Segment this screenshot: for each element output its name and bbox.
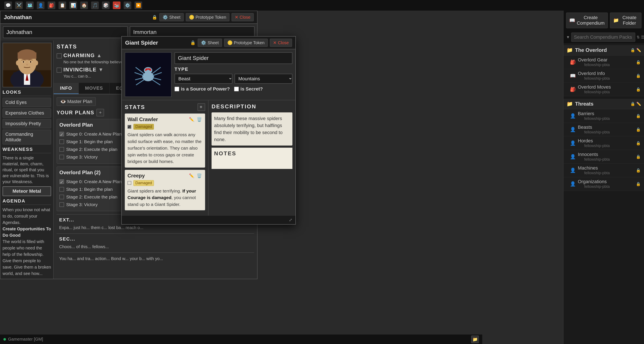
create-folder-btn[interactable]: 📁 Create Folder: [610, 12, 642, 28]
view-toggle-icon[interactable]: ☰: [641, 35, 644, 39]
overlord-gear-item[interactable]: 🎒 Overlord Gear fellowship-pbta 🔒: [564, 55, 644, 69]
journal-icon[interactable]: 📋: [58, 1, 66, 9]
hordes-icon: 👤: [570, 141, 576, 146]
invincible-checkbox[interactable]: [56, 68, 62, 73]
beasts-item[interactable]: 👤 Beasts fellowship-pbta 🔒: [564, 123, 644, 136]
compendium-icon[interactable]: 📚: [113, 1, 120, 9]
settings-small-icon: ⚙️: [162, 15, 168, 20]
organizations-item[interactable]: 👤 Organizations fellowship-pbta 🔒: [564, 177, 644, 191]
looks-item-expensive-clothes[interactable]: Expensive Clothes: [2, 108, 51, 118]
looks-section-header: LOOKS: [2, 89, 51, 96]
spider-type-selects: Beast Humanoid Entity Construct Mountain…: [174, 74, 292, 84]
plan-2-stage-2-checkbox[interactable]: [60, 195, 64, 199]
barriers-item[interactable]: 👤 Barriers fellowship-pbta 🔒: [564, 109, 644, 123]
spider-sheet-btn[interactable]: ⚙️ Sheet: [198, 39, 222, 47]
plan-2-stage-0-checkbox[interactable]: ✓: [60, 179, 64, 184]
spider-expand-btn[interactable]: ⤢: [289, 217, 292, 222]
char-sheet-btn[interactable]: ⚙️ Sheet: [160, 13, 184, 21]
plan-2-stage-3-checkbox[interactable]: [60, 202, 64, 207]
items-icon[interactable]: 🎒: [48, 1, 55, 9]
overlord-lock-icon: 🔒: [630, 48, 635, 52]
tab-moves[interactable]: MOVES: [79, 83, 110, 94]
threats-section: 📁 Threats 🔒 ✏️ 👤 Barriers fellowship-pbt…: [564, 98, 644, 192]
overlord-edit-icon[interactable]: ✏️: [636, 48, 641, 52]
search-compendium-input[interactable]: [571, 32, 635, 42]
looks-item-cold-eyes[interactable]: Cold Eyes: [2, 98, 51, 107]
chat-icon[interactable]: 💬: [4, 1, 12, 9]
creepy-edit-btn[interactable]: ✏️: [188, 172, 195, 179]
ext-text-2: You ha... and tra... action... Bond w...…: [59, 255, 252, 262]
overlord-info-item[interactable]: 📖 Overlord Info fellowship-pbta 🔒: [564, 69, 644, 83]
plan-1-stage-2-checkbox[interactable]: [60, 147, 64, 152]
overlord-moves-lock: 🔒: [636, 87, 640, 92]
play-icon[interactable]: ▶️: [134, 1, 142, 9]
filter-icon: ▼: [566, 35, 570, 39]
tab-info[interactable]: INFO: [54, 83, 79, 94]
spider-type-select[interactable]: Beast Humanoid Entity Construct: [174, 74, 232, 84]
folder-icon-btn[interactable]: 📁: [471, 336, 479, 343]
add-spider-stat-btn[interactable]: +: [198, 103, 205, 111]
create-compendium-btn[interactable]: 📖 Create Compendium: [566, 12, 608, 28]
is-secret-checkbox[interactable]: [234, 87, 239, 91]
looks-item-commanding-attitude[interactable]: Commanding Attitude: [2, 130, 51, 145]
looks-item-impossibly-pretty[interactable]: Impossibly Pretty: [2, 119, 51, 128]
status-bar: Gamemaster [GM] 📁: [0, 334, 482, 344]
plan-1-stage-3-checkbox[interactable]: [60, 155, 64, 159]
creepy-text: Giant spiders are terrifying. If your Co…: [128, 188, 202, 208]
sort-icon[interactable]: ⇅: [636, 35, 640, 39]
book-icon: 📖: [569, 18, 575, 23]
dice-icon[interactable]: 🎲: [102, 1, 110, 9]
first-name-input[interactable]: [3, 26, 128, 38]
innocents-item[interactable]: 👤 Innocents fellowship-pbta 🔒: [564, 150, 644, 164]
overlord-gear-lock: 🔒: [636, 60, 640, 65]
add-plan-btn[interactable]: +: [96, 109, 104, 116]
overlord-moves-item[interactable]: 🎒 Overlord Moves fellowship-pbta 🔒: [564, 83, 644, 96]
scenes-icon[interactable]: 🏠: [80, 1, 88, 9]
innocents-lock: 🔒: [636, 155, 640, 159]
spider-name-input[interactable]: [174, 52, 292, 64]
the-overlord-header[interactable]: 📁 The Overlord 🔒 ✏️: [564, 45, 644, 55]
master-plan-btn[interactable]: 👁️ Master Plan: [56, 97, 96, 106]
wall-crawler-damaged-badge: Damaged: [134, 124, 154, 130]
map-icon[interactable]: 🗺️: [26, 1, 34, 9]
plan-2-stage-1-checkbox[interactable]: [60, 187, 64, 192]
source-of-power-label: is a Source of Power?: [174, 86, 230, 92]
weakness-value[interactable]: Meteor Metal: [2, 186, 51, 196]
spider-close-btn[interactable]: ✕ Close: [270, 39, 292, 47]
combat-icon[interactable]: ⚔️: [15, 1, 23, 9]
plan-1-stage-1-checkbox[interactable]: [60, 139, 64, 144]
char-sheet-close-btn[interactable]: ✕ Close: [232, 13, 254, 21]
prototype-token-btn[interactable]: 🪙 Prototype Token: [186, 13, 230, 21]
machines-item[interactable]: 👤 Machines fellowship-pbta 🔒: [564, 164, 644, 177]
threats-edit-icon[interactable]: ✏️: [636, 102, 641, 106]
source-of-power-text: is a Source of Power?: [181, 86, 230, 92]
sec-section-title: SEC...: [59, 236, 252, 242]
charming-upgrade-icon: ▲: [96, 52, 102, 58]
hordes-item[interactable]: 👤 Hordes fellowship-pbta 🔒: [564, 136, 644, 150]
creepy-delete-btn[interactable]: 🗑️: [196, 172, 202, 179]
wall-crawler-edit-btn[interactable]: ✏️: [188, 116, 195, 123]
audio-icon[interactable]: 🎵: [91, 1, 99, 9]
source-of-power-checkbox[interactable]: [174, 87, 179, 91]
spider-desc-text: Many find these massive spiders absolute…: [212, 112, 292, 146]
wall-crawler-delete-btn[interactable]: 🗑️: [196, 116, 202, 123]
spider-titlebar: Giant Spider 🔒 ⚙️ Sheet 🪙 Prototype Toke…: [122, 36, 296, 49]
tables-icon[interactable]: 📊: [70, 1, 77, 9]
char-sidebar: LOOKS Cold Eyes Expensive Clothes Imposs…: [0, 41, 54, 279]
spider-lock-icon: 🔒: [190, 40, 196, 45]
plan-1-stage-0-checkbox[interactable]: ✓: [60, 132, 64, 136]
spider-habitat-select[interactable]: Mountains Forest Desert Plains Ruins: [234, 74, 292, 84]
wall-crawler-damaged-checkbox[interactable]: ✓: [128, 125, 131, 129]
spider-stats-col: STATS + Wall Crawler ✏️ 🗑️ ✓ Damaged: [122, 100, 208, 215]
threats-header[interactable]: 📁 Threats 🔒 ✏️: [564, 99, 644, 109]
spider-token-btn[interactable]: 🪙 Prototype Token: [224, 39, 268, 47]
close-icon: ✕: [235, 15, 238, 20]
spider-info: TYPE Beast Humanoid Entity Construct Mou…: [174, 52, 292, 97]
wall-crawler-actions: ✏️ 🗑️: [188, 116, 202, 123]
svg-point-11: [22, 61, 24, 63]
charming-checkbox[interactable]: [56, 53, 62, 58]
settings-icon[interactable]: ⚙️: [124, 1, 131, 9]
actors-icon[interactable]: 👤: [37, 1, 44, 9]
creepy-damaged-checkbox[interactable]: [128, 181, 131, 185]
char-portrait: [2, 43, 52, 87]
